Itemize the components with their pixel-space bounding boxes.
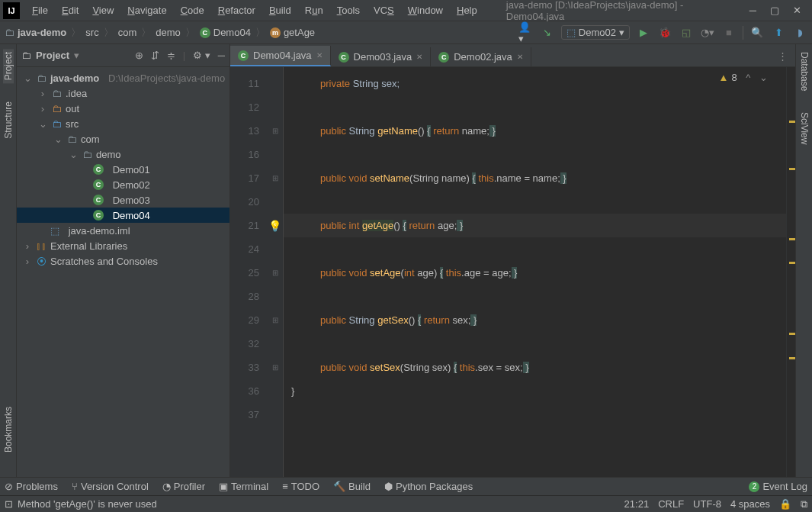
stop-icon[interactable]: ■ [721,25,737,40]
collapse-all-icon[interactable]: ≑ [167,50,175,61]
tool-terminal[interactable]: ▣Terminal [219,481,268,492]
project-panel: 🗀 Project ▾ ⊕ ⇵ ≑ | ⚙ ▾ ─ ⌄🗀java-demo D:… [17,44,230,477]
tab-close-icon[interactable]: ✕ [416,53,422,61]
tree-demo03[interactable]: C Demo03 [17,192,229,208]
tree-iml[interactable]: ⬚ java-demo.iml [17,223,229,238]
tool-bookmarks[interactable]: Bookmarks [3,404,14,456]
tool-vcs[interactable]: ⑂Version Control [72,481,149,492]
menu-run[interactable]: Run [299,3,329,18]
update-icon[interactable]: ⬆ [771,25,786,40]
ide-features-icon[interactable]: ◗ [792,25,807,40]
tree-idea[interactable]: ›🗀.idea [17,85,229,101]
readonly-lock-icon[interactable]: 🔒 [779,498,791,510]
tool-python[interactable]: ⬢Python Packages [384,481,473,492]
toolwindow-toggle-icon[interactable]: ⊡ [5,498,13,510]
status-line-separator[interactable]: CRLF [658,498,684,510]
bc-com[interactable]: com [118,27,137,38]
project-tree: ⌄🗀java-demo D:\IdeaProjects\java-demo ›🗀… [17,67,229,477]
toolbar-actions: 👤▾ ↘ ⬚Demo02▾ ▶ 🐞 ◱ ◔▾ ■ 🔍 ⬆ ◗ [518,25,807,40]
tab-close-icon[interactable]: ✕ [316,51,323,60]
close-icon[interactable]: ✕ [793,5,801,16]
hide-panel-icon[interactable]: ─ [218,50,225,61]
tab-demo04[interactable]: CDemo04.java✕ [230,46,331,66]
tree-com[interactable]: ⌄🗀com [17,131,229,147]
bc-src[interactable]: src [85,27,98,38]
menu-file[interactable]: File [26,3,54,18]
menu-window[interactable]: Window [402,3,449,18]
tree-demo04[interactable]: C Demo04 [17,208,229,223]
tool-structure[interactable]: Structure [3,98,14,142]
run-config-selector[interactable]: ⬚Demo02▾ [561,25,630,40]
tree-src[interactable]: ⌄🗀src [17,116,229,131]
fold-gutter: ⊞⊞💡⊞⊞⊞ [267,67,284,477]
menubar: File Edit View Navigate Code Refactor Bu… [23,3,483,18]
bc-project[interactable]: 🗀java-demo [5,27,66,38]
code-editor[interactable]: 111213161720212425282932333637 ⊞⊞💡⊞⊞⊞ ▲8… [230,67,795,477]
tree-demo02[interactable]: C Demo02 [17,177,229,192]
status-caret-pos[interactable]: 21:21 [624,498,650,510]
navigation-bar: 🗀java-demo〉 src〉 com〉 demo〉 CDemo04〉 mge… [0,21,812,44]
menu-navigate[interactable]: Navigate [121,3,172,18]
menu-view[interactable]: View [86,3,120,18]
bc-method[interactable]: mgetAge [270,27,315,38]
tool-problems[interactable]: ⊘Problems [5,481,58,492]
menu-vcs[interactable]: VCS [367,3,400,18]
select-opened-icon[interactable]: ⊕ [135,50,143,61]
tool-profiler[interactable]: ◔Profiler [162,481,205,492]
menu-build[interactable]: Build [263,3,297,18]
tree-scratches[interactable]: ›⦿Scratches and Consoles [17,253,229,269]
tree-out[interactable]: ›🗀out [17,101,229,116]
tool-database[interactable]: Database [799,49,810,94]
tree-demo[interactable]: ⌄🗀demo [17,147,229,162]
code-content[interactable]: ▲8 ^ ⌄ private String sex; public String… [284,67,786,477]
window-title: java-demo [D:\IdeaProjects\java-demo] - … [483,0,739,22]
status-encoding[interactable]: UTF-8 [693,498,721,510]
build-icon[interactable]: ↘ [540,25,555,40]
tool-eventlog[interactable]: 2Event Log [749,481,807,492]
bc-class[interactable]: CDemo04 [200,27,251,38]
memory-indicator-icon[interactable]: ⧉ [801,498,807,510]
project-panel-title[interactable]: 🗀 Project ▾ [21,50,135,61]
intention-bulb-icon[interactable]: 💡 [268,220,281,232]
status-indent[interactable]: 4 spaces [730,498,770,510]
problems-indicator[interactable]: ▲8 ^ ⌄ [716,72,771,83]
menu-edit[interactable]: Edit [56,3,85,18]
titlebar: IJ File Edit View Navigate Code Refactor… [0,0,812,21]
coverage-icon[interactable]: ◱ [679,25,694,40]
menu-help[interactable]: Help [451,3,483,18]
error-stripe[interactable] [786,67,795,477]
tool-todo[interactable]: ≡TODO [282,481,319,492]
expand-all-icon[interactable]: ⇵ [151,50,159,61]
minimize-icon[interactable]: ─ [749,5,756,16]
tool-build[interactable]: 🔨Build [333,481,371,492]
search-icon[interactable]: 🔍 [749,25,765,40]
tool-sciview[interactable]: SciView [799,109,810,147]
bottom-tool-bar: ⊘Problems ⑂Version Control ◔Profiler ▣Te… [0,477,812,495]
profile-icon[interactable]: ◔▾ [700,25,715,40]
tree-root[interactable]: ⌄🗀java-demo D:\IdeaProjects\java-demo [17,70,229,85]
right-tool-strip: Database SciView [795,44,812,477]
maximize-icon[interactable]: ▢ [770,5,779,16]
tool-project[interactable]: Project [3,49,14,83]
tree-demo01[interactable]: C Demo01 [17,162,229,177]
line-number-gutter: 111213161720212425282932333637 [230,67,267,477]
debug-icon[interactable]: 🐞 [657,25,672,40]
editor-more-icon[interactable]: ⋮ [770,46,795,66]
run-icon[interactable]: ▶ [636,25,651,40]
bc-demo[interactable]: demo [156,27,181,38]
tab-close-icon[interactable]: ✕ [517,53,523,61]
main-area: Project Structure Bookmarks 🗀 Project ▾ … [0,44,812,477]
tree-external-libs[interactable]: ›⫿⫿External Libraries [17,238,229,253]
user-icon[interactable]: 👤▾ [518,25,534,40]
status-message: Method 'getAge()' is never used [18,498,157,510]
editor-area: CDemo04.java✕ CDemo03.java✕ CDemo02.java… [230,44,795,477]
tab-demo02[interactable]: CDemo02.java✕ [431,47,531,66]
app-icon: IJ [3,2,20,19]
menu-code[interactable]: Code [175,3,210,18]
gear-icon[interactable]: ⚙ ▾ [193,50,210,61]
menu-tools[interactable]: Tools [331,3,366,18]
tab-demo03[interactable]: CDemo03.java✕ [331,47,432,66]
project-panel-header: 🗀 Project ▾ ⊕ ⇵ ≑ | ⚙ ▾ ─ [17,44,229,67]
left-tool-strip: Project Structure Bookmarks [0,44,17,477]
menu-refactor[interactable]: Refactor [212,3,262,18]
